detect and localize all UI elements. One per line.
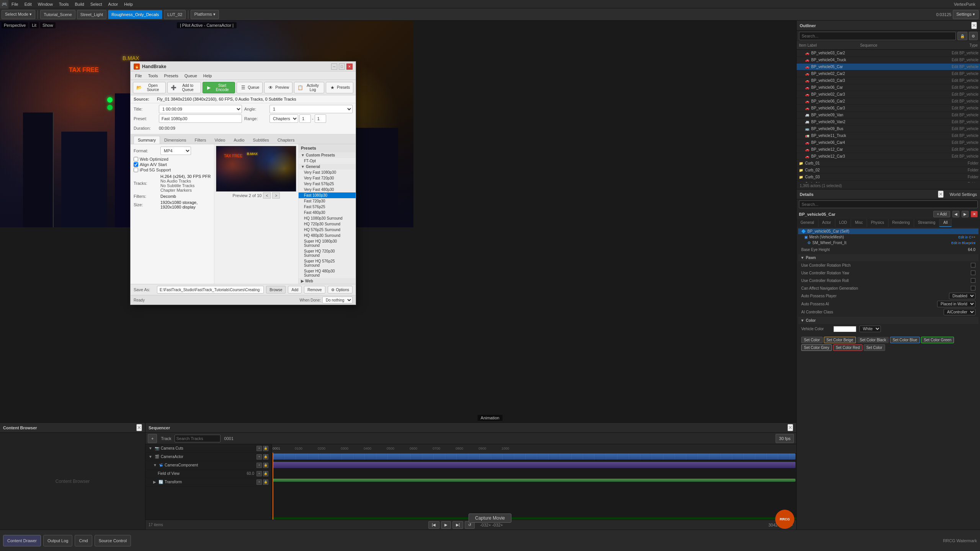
world-settings-tab[interactable]: World Settings — [950, 192, 977, 197]
light-tab[interactable]: Street_Light — [77, 10, 106, 19]
content-browser-close[interactable]: ✕ — [136, 424, 142, 431]
title-select[interactable]: 1 00:00:09 — [159, 105, 242, 113]
list-item[interactable]: 🚗 BP_vehicle04_Truck Edit BP_vehicle — [797, 57, 980, 64]
preset-hq-576[interactable]: HQ 576p25 Surround — [299, 227, 356, 233]
next-key-btn[interactable]: ▶| — [452, 521, 464, 529]
color-section-header[interactable]: ▼ Color — [798, 317, 978, 324]
dropdown-vehicle-color[interactable]: White — [859, 326, 881, 332]
checkbox-rotation-pitch[interactable] — [971, 263, 975, 267]
tab-dimensions[interactable]: Dimensions — [160, 136, 190, 144]
scene-tab[interactable]: Tutorial_Scene — [40, 10, 75, 19]
expand-icon[interactable]: ▼ — [149, 455, 152, 459]
dropdown-auto-possess-player[interactable]: Disabled — [949, 293, 975, 299]
pawn-section-header[interactable]: ▼ Pawn — [798, 254, 978, 261]
preset-fast-720[interactable]: Fast 720p30 — [299, 198, 356, 204]
seq-clip[interactable] — [273, 453, 795, 460]
range-start-input[interactable] — [299, 114, 311, 123]
browse-btn[interactable]: Browse — [266, 286, 286, 293]
outliner-search[interactable] — [799, 32, 956, 40]
preset-fast-576[interactable]: Fast 576p25 — [299, 204, 356, 210]
range-type-select[interactable]: Chapters — [270, 114, 298, 123]
align-av-checkbox[interactable] — [134, 162, 138, 167]
list-item[interactable]: 🚐 BP_vehicle09_Van Edit BP_vehicle — [797, 112, 980, 119]
menu-select[interactable]: Select — [87, 0, 105, 8]
seq-clip[interactable] — [273, 479, 795, 482]
details-search[interactable] — [799, 201, 978, 208]
show-label[interactable]: Show — [40, 22, 56, 28]
set-color-blue-btn[interactable]: Set Color Blue — [890, 337, 920, 343]
table-row[interactable]: Field of View 60.0 + 🔒 — [145, 469, 271, 478]
checkbox-navigation[interactable] — [971, 286, 975, 290]
start-encode-btn[interactable]: ▶ Start Encode — [203, 82, 235, 93]
list-item[interactable]: 🚗 BP_vehicle06_Car2 Edit BP_vehicle — [797, 98, 980, 105]
expand-icon[interactable]: ▼ — [149, 446, 152, 450]
add-btn[interactable]: Add — [288, 286, 302, 293]
preset-group-general[interactable]: ▼ General — [299, 164, 356, 170]
color-swatch[interactable] — [833, 326, 856, 332]
set-color-last-btn[interactable]: Set Color — [864, 344, 885, 351]
set-color-btn[interactable]: Set Color — [801, 337, 823, 343]
lock-btn[interactable]: 🔒 — [263, 463, 268, 468]
open-source-btn[interactable]: 📂 Open Source — [133, 82, 166, 93]
menu-presets[interactable]: Presets — [161, 72, 181, 80]
tab-audio[interactable]: Audio — [229, 136, 248, 144]
tab-chapters[interactable]: Chapters — [273, 136, 299, 144]
preset-fast-480[interactable]: Fast 480p30 — [299, 210, 356, 215]
tab-misc[interactable]: Misc — [851, 219, 867, 227]
play-btn[interactable]: ▶ — [441, 521, 451, 529]
activity-log-btn[interactable]: 📋 Activity Log — [294, 82, 324, 93]
preset-group-custom[interactable]: ▼ Custom Presets — [299, 152, 356, 158]
menu-tools[interactable]: Tools — [56, 0, 72, 8]
output-log-tab[interactable]: Output Log — [43, 535, 72, 546]
list-item[interactable]: 📁 Curb_02 Folder — [797, 167, 980, 174]
add-btn[interactable]: + — [256, 446, 262, 451]
preset-input[interactable] — [159, 114, 242, 123]
tab-summary[interactable]: Summary — [134, 136, 160, 144]
list-item[interactable]: 🚗 BP_vehicle02_Car2 Edit BP_vehicle — [797, 70, 980, 77]
seq-fps-btn[interactable]: 30 fps — [776, 434, 794, 443]
set-color-green-btn[interactable]: Set Color Green — [921, 337, 954, 343]
list-item[interactable]: 🚛 BP_vehicle11_Truck Edit BP_vehicle — [797, 132, 980, 139]
list-item[interactable]: 🚌 BP_vehicle09_Bus Edit BP_vehicle — [797, 126, 980, 132]
expand-icon[interactable]: ▶ — [153, 480, 156, 484]
seq-clip[interactable] — [273, 462, 795, 468]
seq-timeline[interactable]: 0001 0100 0200 0300 0400 0500 0600 0700 … — [272, 444, 796, 520]
format-select[interactable]: MP4 — [160, 147, 191, 155]
preset-hq-480[interactable]: HQ 480p30 Surround — [299, 233, 356, 238]
content-drawer-tab[interactable]: Content Drawer — [3, 535, 41, 546]
dropdown-auto-possess-ai[interactable]: Placed in World — [937, 301, 975, 307]
table-row[interactable]: ▼ 📷 Camera Cuts + 🔒 — [145, 444, 271, 453]
checkbox-rotation-yaw[interactable] — [971, 271, 975, 275]
preset-vf-1080[interactable]: Very Fast 1080p30 — [299, 170, 356, 175]
range-end-input[interactable] — [315, 114, 326, 123]
tab-subtitles[interactable]: Subtitles — [249, 136, 273, 144]
queue-btn[interactable]: ☰ Queue — [237, 82, 263, 93]
menu-queue[interactable]: Queue — [181, 72, 200, 80]
add-btn[interactable]: + — [256, 454, 262, 460]
component-mesh[interactable]: ▣ Mesh (VehicleMesh) Edit in C++ — [798, 234, 978, 240]
preset-vf-720[interactable]: Very Fast 720p30 — [299, 175, 356, 181]
add-to-queue-btn[interactable]: ➕ Add to Queue — [167, 82, 201, 93]
preset-shq-720[interactable]: Super HQ 720p30 Surround — [299, 248, 356, 258]
menu-build[interactable]: Build — [72, 0, 87, 8]
next-btn[interactable]: > — [272, 192, 280, 199]
tab-lod[interactable]: LOD — [835, 219, 851, 227]
outliner-close[interactable]: ✕ — [971, 22, 977, 29]
capture-movie-btn[interactable]: Capture Movie — [469, 514, 511, 523]
list-item[interactable]: 🚗 BP_vehicle02_Car3 Edit BP_vehicle — [797, 91, 980, 98]
preset-hq-1080[interactable]: HQ 1080p30 Surround — [299, 215, 356, 221]
outliner-lock-btn[interactable]: 🔒 — [957, 32, 967, 40]
menu-file[interactable]: File — [132, 72, 145, 80]
edit-in-blueprint-btn[interactable]: Edit in Blueprint — [951, 241, 975, 245]
angle-select[interactable]: 1 — [270, 105, 353, 113]
list-item[interactable]: 📁 Curb_01 Folder — [797, 160, 980, 167]
prev-key-btn[interactable]: |◀ — [428, 521, 439, 529]
list-item[interactable]: 📁 Curb_03 Folder — [797, 174, 980, 181]
list-item[interactable]: 🚗 BP_vehicle12_Car3 Edit BP_vehicle — [797, 153, 980, 160]
save-path-input[interactable] — [157, 286, 264, 293]
details-delete-btn[interactable]: ✕ — [971, 211, 978, 217]
preset-shq-480[interactable]: Super HQ 480p30 Surround — [299, 268, 356, 278]
add-btn[interactable]: + — [256, 463, 262, 468]
decals-tab[interactable]: Roughness_Only_Decals — [108, 10, 162, 19]
menu-edit[interactable]: Edit — [21, 0, 35, 8]
